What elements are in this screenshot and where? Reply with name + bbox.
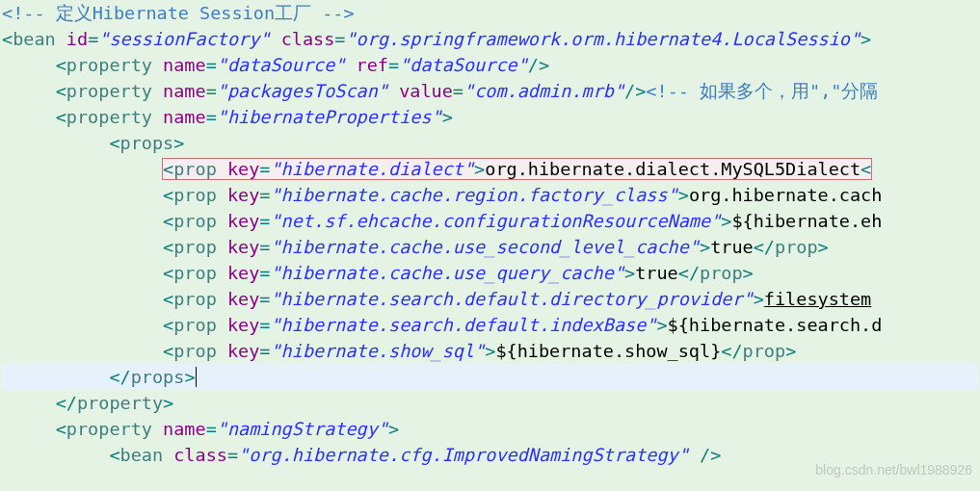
watermark: blog.csdn.net/bwl1988926 bbox=[815, 457, 972, 483]
code-editor[interactable]: <!-- 定义Hibernate Session工厂 --> <bean id=… bbox=[0, 0, 980, 468]
